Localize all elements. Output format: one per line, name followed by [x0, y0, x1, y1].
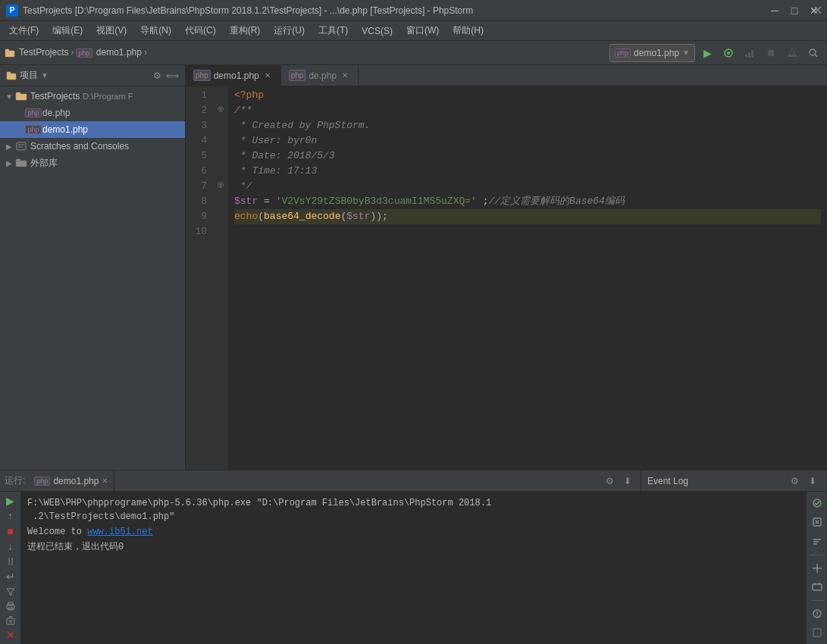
coverage-button[interactable] — [741, 44, 759, 62]
run-close-bottom-button[interactable]: ✕ — [2, 629, 19, 641]
project-icon — [6, 70, 17, 81]
run-delete-button[interactable] — [2, 614, 19, 626]
menu-refactor[interactable]: 重构(R) — [224, 23, 267, 39]
run-output-line-2: Welcome to www.ib51.net — [27, 525, 635, 539]
output-link[interactable]: www.ib51.net — [87, 527, 152, 537]
tree-item-demo1-php[interactable]: php demo1.php — [0, 121, 185, 138]
event-minimize-icon[interactable]: ⬇ — [804, 473, 821, 489]
run-down-button[interactable]: ↓ — [2, 540, 19, 552]
tab-de-php[interactable]: php de.php ✕ — [281, 65, 359, 86]
code-editor[interactable]: <?php /** * Created by PhpStorm. * User:… — [228, 86, 827, 470]
tree-item-external-libs[interactable]: ▶ 外部库 — [0, 155, 185, 171]
run-button[interactable]: ▶ — [698, 44, 716, 62]
event-settings-icon[interactable]: ⚙ — [786, 473, 803, 489]
menu-help[interactable]: 帮助(H) — [446, 23, 490, 39]
sidebar-settings-icon[interactable]: ⚙ — [150, 69, 164, 83]
breadcrumb-file[interactable]: php demo1.php — [76, 47, 141, 58]
menu-code[interactable]: 代码(C) — [179, 23, 222, 39]
run-tab-demo1[interactable]: php demo1.php ✕ — [28, 470, 114, 491]
project-tree: ▼ TestProjects D:\Program F php de.php — [0, 86, 185, 470]
menu-bar: 文件(F) 编辑(E) 视图(V) 导航(N) 代码(C) 重构(R) 运行(U… — [0, 21, 827, 41]
tree-item-scratches[interactable]: ▶ Scratches and Consoles — [0, 138, 185, 155]
run-config-selector[interactable]: php demo1.php ▼ — [609, 44, 695, 62]
search-button[interactable] — [804, 44, 822, 62]
fold-icon-7[interactable]: ▼ — [218, 182, 224, 188]
menu-window[interactable]: 窗口(W) — [400, 23, 445, 39]
tree-arrow-testprojects[interactable]: ▼ — [3, 92, 15, 101]
fold-icon-2[interactable]: ▼ — [218, 106, 224, 112]
sidebar-layout-icon[interactable]: ⟺ — [165, 69, 179, 83]
tree-path-testprojects: D:\Program F — [83, 92, 133, 101]
run-output-line-3: 进程已结束，退出代码0 — [27, 540, 635, 554]
tree-arrow-scratches[interactable]: ▶ — [3, 142, 15, 151]
menu-run[interactable]: 运行(U) — [268, 23, 311, 39]
run-config-text: demo1.php — [634, 48, 679, 58]
svg-point-37 — [816, 615, 818, 617]
tree-item-de-php[interactable]: php de.php — [0, 105, 185, 121]
external-libs-icon — [15, 157, 27, 169]
debug-button[interactable] — [719, 44, 738, 62]
run-play-button[interactable]: ▶ — [2, 495, 19, 507]
event-tool-3[interactable] — [809, 533, 825, 550]
event-tool-5[interactable] — [809, 579, 825, 596]
run-filter-button[interactable] — [2, 586, 19, 597]
event-tool-1[interactable] — [809, 495, 825, 511]
title-bar-text: TestProjects [D:\Program Files\JetBrains… — [23, 5, 473, 16]
event-tool-6[interactable] — [809, 605, 825, 622]
tab-demo1-php[interactable]: php demo1.php ✕ — [186, 65, 281, 86]
run-settings-icon[interactable]: ⚙ — [601, 473, 618, 489]
run-stop-button[interactable]: ■ — [2, 525, 19, 537]
menu-navigate[interactable]: 导航(N) — [134, 23, 177, 39]
tree-item-testprojects[interactable]: ▼ TestProjects D:\Program F — [0, 88, 185, 105]
svg-rect-7 — [768, 50, 774, 56]
event-tool-4[interactable] — [809, 560, 825, 577]
tab-close-de[interactable]: ✕ — [340, 70, 350, 81]
svg-rect-6 — [751, 50, 753, 58]
code-line-2: /** — [234, 103, 821, 118]
scratches-icon — [15, 140, 27, 152]
svg-rect-8 — [788, 55, 797, 57]
maximize-button[interactable]: □ — [788, 4, 801, 17]
menu-view[interactable]: 视图(V) — [90, 23, 133, 39]
tree-arrow-external-libs[interactable]: ▶ — [3, 159, 15, 167]
run-download-icon[interactable]: ⬇ — [619, 473, 636, 489]
event-log-content — [641, 492, 806, 644]
event-log-tools: ⚙ ⬇ — [786, 473, 821, 489]
tree-label-testprojects: TestProjects — [30, 91, 80, 102]
event-log-panel: Event Log ⚙ ⬇ — [641, 470, 827, 644]
run-pause-button[interactable]: ⏸ — [2, 555, 19, 567]
tab-close-demo1[interactable]: ✕ — [262, 70, 273, 81]
editor-content: 1 2 3 4 5 6 7 8 9 10 ▼ — [186, 86, 827, 470]
run-tab-close-icon[interactable]: ✕ — [102, 477, 108, 485]
sidebar-dropdown-icon[interactable]: ▼ — [41, 71, 49, 80]
folder-icon-testprojects — [15, 90, 27, 102]
stop-button[interactable] — [762, 44, 780, 62]
svg-rect-38 — [813, 629, 821, 636]
menu-file[interactable]: 文件(F) — [3, 23, 45, 39]
run-panel-header: 运行: php demo1.php ✕ ⚙ ⬇ — [0, 470, 641, 492]
code-line-5: * Date: 2018/5/3 — [234, 148, 821, 164]
build-button[interactable] — [783, 44, 801, 62]
menu-vcs[interactable]: VCS(S) — [356, 24, 399, 38]
run-panel-tools: ⚙ ⬇ — [601, 473, 636, 489]
run-output: F:\WEB\PHP\phpprograme\php-5.6.36\php.ex… — [21, 492, 641, 644]
svg-point-3 — [727, 52, 730, 55]
run-toolbar: ▶ ↑ ■ ↓ ⏸ ↵ ✕ — [0, 492, 21, 644]
run-up-button[interactable]: ↑ — [2, 510, 19, 522]
svg-rect-14 — [16, 92, 20, 95]
breadcrumb-project[interactable]: TestProjects — [5, 47, 68, 58]
run-print-button[interactable] — [2, 600, 19, 611]
event-toolbar-separator — [810, 555, 824, 555]
run-wrap-button[interactable]: ↵ — [2, 571, 19, 583]
menu-edit[interactable]: 编辑(E) — [46, 23, 89, 39]
event-tool-2[interactable] — [809, 514, 825, 531]
menu-tools[interactable]: 工具(T) — [312, 23, 354, 39]
code-line-10 — [234, 224, 821, 239]
svg-line-10 — [815, 55, 817, 57]
svg-rect-1 — [5, 49, 9, 52]
event-tool-7[interactable] — [809, 624, 825, 641]
sidebar-header: 项目 ▼ ⚙ ⟺ — [0, 65, 185, 86]
tree-label-scratches: Scratches and Consoles — [30, 141, 129, 152]
minimize-button[interactable]: ─ — [768, 4, 782, 17]
php-icon-de: php — [27, 107, 39, 119]
